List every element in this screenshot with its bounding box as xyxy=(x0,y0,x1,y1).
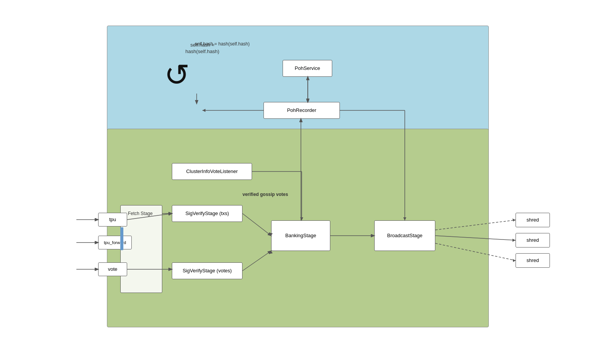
shred2-node: shred xyxy=(516,233,550,248)
broadcast-stage-node: BroadcastStage xyxy=(374,220,435,251)
vote-node: vote xyxy=(98,262,127,276)
tpu-node: tpu xyxy=(98,213,127,226)
svg-marker-37 xyxy=(512,239,516,242)
svg-marker-29 xyxy=(95,268,98,271)
poh-service-node: PohService xyxy=(283,60,332,77)
self-hash-label: self.hash = hash(self.hash) xyxy=(195,41,250,47)
svg-marker-35 xyxy=(512,218,516,222)
sig-verify-txs-node: SigVerifyStage (txs) xyxy=(172,205,242,222)
circular-arrow-icon: ↺ xyxy=(164,60,190,91)
svg-marker-39 xyxy=(512,259,516,262)
diagram-container: self.hash = hash(self.hash) ↺ PohService… xyxy=(38,18,573,346)
tpu-forward-node: tpu_forward xyxy=(98,236,132,249)
shred1-node: shred xyxy=(516,213,550,227)
cluster-info-vote-listener-node: ClusterInfoVoteListener xyxy=(172,163,252,180)
svg-marker-25 xyxy=(95,218,98,221)
shred3-node: shred xyxy=(516,253,550,268)
poh-recorder-node: PohRecorder xyxy=(263,102,340,119)
fetch-stage-label: Fetch Stage xyxy=(128,211,153,216)
verified-gossip-votes-label: verified gossip votes xyxy=(242,192,288,197)
banking-stage-node: BankingStage xyxy=(271,220,330,251)
fetch-stage-blue-bar xyxy=(120,227,123,250)
sig-verify-votes-node: SigVerifyStage (votes) xyxy=(172,262,242,279)
svg-marker-27 xyxy=(95,241,98,244)
